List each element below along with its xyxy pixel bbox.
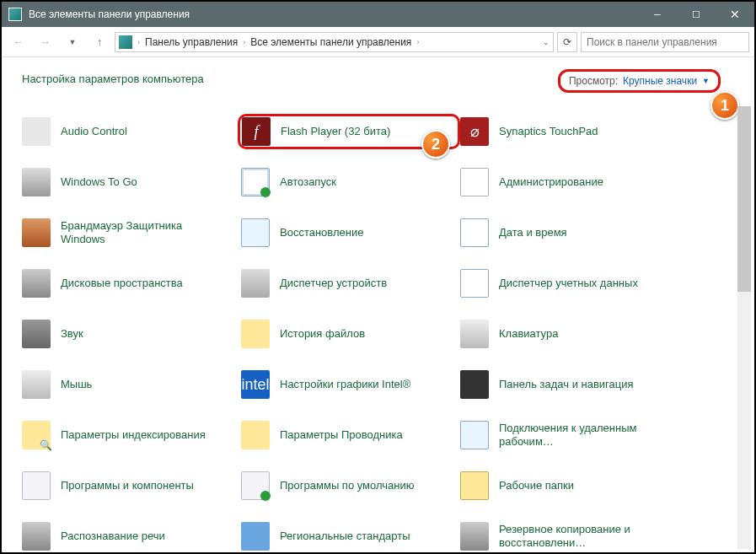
item-label: Подключения к удаленным рабочим… [499,422,668,448]
control-panel-item[interactable]: Мышь [22,367,241,402]
control-panel-item[interactable]: Администрирование [460,164,679,200]
item-label: Дата и время [499,226,567,239]
item-label: Параметры индексирования [61,428,206,442]
recent-locations-button[interactable]: ▼ [61,30,84,54]
item-label: Параметры Проводника [280,428,403,442]
item-label: Flash Player (32 бита) [281,125,390,138]
restore-icon [241,218,270,247]
item-label: Мышь [61,378,92,391]
rdp-icon [460,421,489,449]
address-bar[interactable]: › Панель управления › Все элементы панел… [115,32,554,52]
usb-icon [22,168,51,196]
fire-icon [22,218,51,247]
disk-icon [22,269,51,298]
chevron-right-icon[interactable]: › [416,38,419,46]
control-panel-item[interactable]: Диспетчер устройств [241,266,460,301]
item-label: Резервное копирование и восстановлени… [499,523,668,549]
control-panel-item[interactable]: Windows To Go [22,164,241,200]
item-label: Брандмауэр Защитника Windows [61,219,229,245]
control-panel-item[interactable]: Автозапуск [241,164,460,200]
control-panel-item[interactable]: Параметры Проводника [241,417,460,453]
control-panel-item[interactable]: ⌀Synaptics TouchPad [460,114,679,149]
def-icon [241,471,270,500]
control-panel-item[interactable]: Брандмауэр Защитника Windows [22,215,241,250]
item-label: Диспетчер учетных данных [499,277,638,290]
audio-icon [22,117,51,146]
view-by-selector[interactable]: Просмотр: Крупные значки ▼ [558,69,721,93]
dev-icon [241,269,270,298]
control-panel-item[interactable]: Восстановление [241,215,460,250]
item-label: История файлов [280,327,365,341]
items-grid: Audio ControlfFlash Player (32 бита)⌀Syn… [22,114,734,552]
back-button[interactable]: ← [7,30,30,54]
control-panel-item[interactable]: Audio Control [22,114,241,149]
control-panel-item[interactable]: Распознавание речи [22,519,241,552]
control-panel-icon [119,35,132,49]
annotation-badge-1: 1 [710,91,739,120]
idx-icon [22,421,51,449]
flash-icon: f [242,117,271,146]
minimize-button[interactable]: ─ [638,2,677,27]
control-panel-item[interactable]: Региональные стандарты [241,519,460,552]
item-label: Автозапуск [280,175,336,189]
item-label: Audio Control [61,125,127,138]
window-title: Все элементы панели управления [29,8,638,20]
item-label: Панель задач и навигация [499,378,634,391]
item-label: Клавиатура [499,327,558,341]
vertical-scrollbar[interactable] [737,106,751,549]
item-label: Диспетчер устройств [280,277,387,290]
control-panel-item[interactable]: Дисковые пространства [22,266,241,301]
sound-icon [22,320,51,348]
control-panel-item[interactable]: Диспетчер учетных данных [460,266,679,301]
control-panel-item[interactable]: Подключения к удаленным рабочим… [460,417,679,453]
breadcrumb-control-panel[interactable]: Панель управления [145,36,238,48]
item-label: Дисковые пространства [61,277,183,290]
kb-icon [460,320,489,348]
prog-icon [22,471,51,500]
search-input[interactable] [581,32,749,52]
annotation-badge-2: 2 [421,130,450,159]
syn-icon: ⌀ [460,117,489,146]
view-by-label: Просмотр: [569,75,618,87]
forward-button[interactable]: → [34,30,57,54]
expl-icon [241,421,270,449]
admin-icon [460,168,489,196]
control-panel-item[interactable]: Звук [22,316,241,352]
date-icon [460,218,489,247]
item-label: Восстановление [280,226,363,239]
item-label: Программы и компоненты [61,479,194,492]
control-panel-item[interactable]: Параметры индексирования [22,417,241,453]
control-panel-item[interactable]: История файлов [241,316,460,352]
control-panel-item[interactable]: Рабочие папки [460,468,679,503]
item-label: Распознавание речи [61,530,165,543]
control-panel-item[interactable]: Программы и компоненты [22,468,241,503]
control-panel-item[interactable]: Панель задач и навигация [460,367,679,402]
control-panel-item[interactable]: Программы по умолчанию [241,468,460,503]
control-panel-item[interactable]: Резервное копирование и восстановлени… [460,519,679,552]
breadcrumb-all-items[interactable]: Все элементы панели управления [250,36,411,48]
control-panel-item[interactable]: Клавиатура [460,316,679,352]
up-button[interactable]: ↑ [88,30,111,54]
control-panel-icon [8,8,22,21]
item-label: Synaptics TouchPad [499,125,598,138]
intel-icon: intel [241,370,270,399]
address-dropdown-icon[interactable]: ⌄ [543,38,550,46]
maximize-button[interactable]: ☐ [677,2,716,27]
view-by-value[interactable]: Крупные значки [623,75,697,87]
item-label: Настройки графики Intel® [280,378,410,391]
item-label: Рабочие папки [499,479,574,492]
chevron-right-icon[interactable]: › [137,38,140,46]
item-label: Программы по умолчанию [280,479,414,492]
item-label: Администрирование [499,175,603,189]
scrollbar-thumb[interactable] [737,106,751,292]
mouse-icon [22,370,51,399]
auto-icon [241,168,270,196]
chevron-down-icon[interactable]: ▼ [702,77,710,85]
close-button[interactable]: ✕ [716,2,754,27]
refresh-button[interactable]: ⟳ [557,32,577,52]
item-label: Звук [61,327,83,341]
control-panel-item[interactable]: intelНастройки графики Intel® [241,367,460,402]
control-panel-item[interactable]: Дата и время [460,215,679,250]
content-area: Настройка параметров компьютера Просмотр… [2,57,754,552]
chevron-right-icon[interactable]: › [243,38,245,46]
